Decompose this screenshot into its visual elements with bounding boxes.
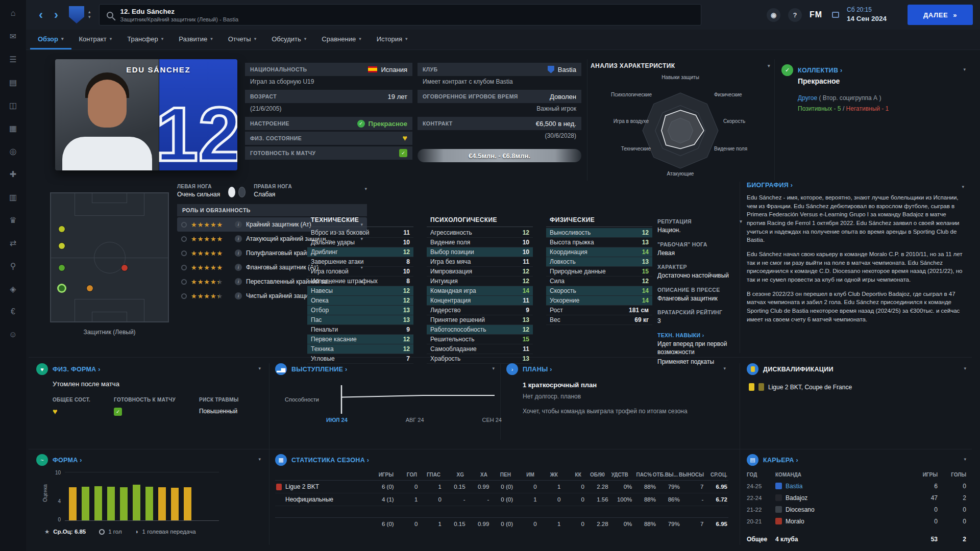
scouting-icon[interactable]: ⚲ (7, 260, 19, 272)
staff-icon[interactable]: ☺ (7, 329, 19, 341)
news-icon[interactable]: ☰ (7, 53, 19, 65)
tab-transfer[interactable]: Трансфер (119, 30, 171, 49)
tab-contract[interactable]: Контракт (71, 30, 120, 49)
form-link[interactable]: ФОРМА › (53, 457, 82, 464)
tab-development[interactable]: Развитие (171, 30, 220, 49)
roles-header: РОЛЬ И ОБЯЗАННОСТЬ (177, 204, 367, 216)
form-bar (158, 487, 166, 520)
performance-link[interactable]: ВЫСТУПЛЕНИЕ › (291, 366, 347, 373)
chevron-down-icon[interactable] (364, 186, 367, 191)
injury-risk-value: Повышенный (199, 408, 237, 415)
career-row[interactable]: 20-21 Moralo 0 0 (747, 515, 966, 527)
tab-history[interactable]: История (369, 30, 415, 49)
competition-badge-icon (276, 484, 282, 490)
role-stars: ★★★★★★★★★★ (191, 221, 231, 228)
social-group-note: ( Втор. социгруппа А ) (819, 94, 881, 102)
season-stats-link[interactable]: СТАТИСТИКА СЕЗОНА › (291, 457, 369, 464)
role-stars: ★★★★★★★★★★ (191, 236, 231, 242)
training-icon[interactable]: ◎ (7, 145, 19, 157)
tab-comparison[interactable]: Сравнение (314, 30, 369, 49)
finances-icon[interactable]: € (7, 306, 19, 318)
club-icon[interactable]: ◈ (7, 283, 19, 295)
attribute-row: Завершение атаки8 (307, 257, 413, 267)
team-panel-link[interactable]: КОЛЛЕКТИВ › (798, 67, 842, 74)
month-label[interactable]: СЕН 24 (482, 417, 502, 423)
divider (29, 449, 972, 449)
character-value: Достаточно настойчивый (657, 272, 742, 280)
role-radio-icon (181, 293, 187, 299)
chevron-down-icon[interactable] (962, 184, 964, 189)
position-dot (59, 265, 65, 271)
fitness-panel: ФИЗ. ФОРМА › Утомлен после матча ОБЩЕЕ С… (36, 363, 261, 440)
player-subtitle: Защитник/Крайний защитник (Левый) - Bast… (120, 16, 239, 22)
search-bar[interactable]: 12. Edu Sánchez Защитник/Крайний защитни… (99, 4, 701, 26)
info-icon (235, 221, 242, 228)
stats-column-header: УДСТВ (606, 472, 629, 478)
club-crest-icon[interactable] (69, 6, 84, 23)
social-group-link[interactable]: Другое (798, 94, 817, 102)
medical-icon[interactable]: ✚ (7, 168, 19, 180)
tech-skills-link[interactable]: ТЕХН. НАВЫКИ › (657, 332, 742, 338)
club-selector[interactable] (88, 10, 91, 20)
chevron-down-icon[interactable] (740, 219, 742, 224)
attribute-row: Первое касание12 (307, 335, 413, 344)
chevron-down-icon[interactable] (963, 67, 966, 72)
divider (587, 59, 587, 181)
chevron-down-icon[interactable] (964, 457, 966, 462)
career-row[interactable]: 22-24 Badajoz 47 2 (747, 492, 966, 504)
squad-icon[interactable]: ▤ (7, 76, 19, 88)
attribute-row: Природные данные15 (546, 267, 652, 277)
performance-panel: ▂▅ ВЫСТУПЛЕНИЕ › Способности ИЮЛ 24АВГ 2… (275, 363, 495, 440)
tab-overview[interactable]: Обзор (30, 30, 71, 49)
chevron-down-icon[interactable] (258, 366, 261, 371)
fitness-link[interactable]: ФИЗ. ФОРМА › (53, 366, 101, 373)
chevron-down-icon (110, 36, 112, 41)
continue-button[interactable]: ДАЛЕЕ (908, 5, 973, 25)
help-icon[interactable] (788, 8, 802, 22)
transfers-icon[interactable]: ⇄ (7, 237, 19, 249)
plans-link[interactable]: ПЛАНЫ › (523, 366, 552, 373)
tab-discuss[interactable]: Обсудить (264, 30, 314, 49)
form-bar (171, 488, 179, 520)
role-radio-icon (181, 222, 187, 228)
position-dot (59, 243, 65, 249)
topbar: 12. Edu Sánchez Защитник/Крайний защитни… (26, 0, 980, 30)
nav-forward-button[interactable] (48, 8, 64, 22)
stats-column-header: СР.ОЦ. (705, 472, 728, 478)
chevron-down-icon[interactable] (964, 366, 966, 371)
game-world-icon[interactable] (767, 8, 780, 22)
attribute-row: Ускорение14 (546, 296, 652, 306)
month-label[interactable]: АВГ 24 (406, 417, 424, 423)
month-label[interactable]: ИЮЛ 24 (326, 417, 348, 423)
chevron-down-icon[interactable] (258, 457, 261, 462)
nav-back-button[interactable] (33, 8, 48, 22)
season-stats-row[interactable]: Ligue 2 BKT 6 (0)010.150.990 (0)0102.280… (275, 481, 728, 493)
chevron-down-icon[interactable] (723, 366, 726, 371)
form-bar (82, 487, 89, 520)
radar-label: Видение поля (714, 146, 747, 152)
attribute-row: Угловые7 (307, 354, 413, 364)
home-icon[interactable]: ⌂ (7, 7, 19, 19)
chevron-down-icon[interactable] (492, 366, 495, 371)
tactics-icon[interactable]: ▦ (7, 122, 19, 134)
bastia-badge-icon (548, 66, 554, 73)
divider (774, 59, 775, 181)
birthdate-sub: (21/6/2005) (245, 103, 412, 115)
attribute-row: Решительность15 (427, 335, 533, 344)
season-stats-row[interactable]: Неофициальные 4 (1)10--0 (0)1001.56100%8… (275, 493, 728, 506)
career-row[interactable]: 21-22 Diocesano 0 0 (747, 504, 966, 515)
chevron-down-icon[interactable] (768, 63, 770, 68)
career-row[interactable]: 24-25 Bastia 6 0 (747, 480, 966, 492)
dynamics-icon[interactable]: ◫ (7, 99, 19, 111)
biography-link[interactable]: БИОГРАФИЯ › (747, 182, 793, 189)
attribute-row: Навесы12 (307, 286, 413, 296)
stats-column-header: ПАС% (629, 472, 653, 478)
competitions-icon[interactable]: ♛ (7, 214, 19, 226)
info-icon (235, 292, 242, 299)
inbox-icon[interactable]: ✉ (7, 30, 19, 42)
shirt-number: 12 (156, 98, 237, 171)
stats-column-header: ПЕН (488, 472, 512, 478)
schedule-icon[interactable]: ▥ (7, 191, 19, 203)
tab-reports[interactable]: Отчеты (220, 30, 264, 49)
career-link[interactable]: КАРЬЕРА › (763, 457, 798, 464)
